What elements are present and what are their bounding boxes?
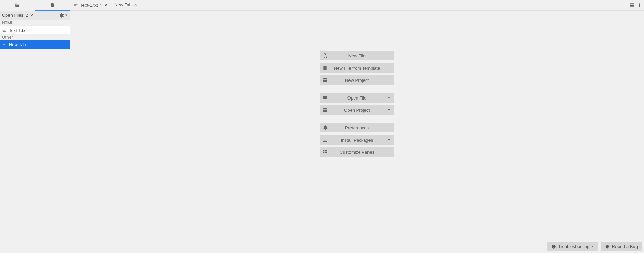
welcome-button-label: New Project — [330, 78, 394, 83]
left-tab-places[interactable] — [0, 0, 35, 11]
project-icon — [322, 107, 328, 113]
tab-label: Text-1.txt — [80, 3, 98, 8]
bug-icon — [605, 244, 610, 249]
chevron-down-icon: ▼ — [384, 108, 394, 112]
welcome-button-label: Open File — [330, 95, 384, 101]
welcome-install-packages-button[interactable]: Install Packages▼ — [320, 135, 394, 145]
gear-icon[interactable] — [59, 13, 64, 18]
help-icon — [551, 244, 556, 249]
welcome-button-label: Customize Panes — [330, 150, 394, 155]
welcome-open-project-button[interactable]: Open Project▼ — [320, 105, 394, 115]
chevron-down-icon: ▼ — [591, 245, 594, 248]
open-files-label: Open Files: 2 — [2, 13, 28, 18]
gear-dropdown-caret[interactable]: ▼ — [65, 14, 68, 17]
report-bug-label: Report a Bug — [612, 244, 638, 249]
file-row-label: New Tab — [9, 42, 26, 47]
lines-icon — [2, 28, 7, 33]
pane-menu-icon[interactable] — [629, 2, 635, 8]
new-file-icon — [322, 53, 328, 58]
group-header: HTML — [0, 20, 70, 26]
editor-tab[interactable]: Text-1.txt*× — [70, 0, 111, 10]
gear-icon — [322, 125, 328, 130]
welcome-open-file-button[interactable]: Open File▼ — [320, 93, 394, 103]
welcome-button-label: New File — [330, 53, 394, 58]
group-header: Other — [0, 34, 70, 40]
close-tab[interactable]: × — [104, 3, 108, 8]
template-icon — [322, 65, 328, 71]
close-tab[interactable]: × — [134, 2, 138, 7]
welcome-customize-panes-button[interactable]: Customize Panes — [320, 147, 394, 157]
download-icon — [322, 137, 328, 143]
left-panel: Open Files: 2 × ▼ HTMLText-1.txtOtherNew… — [0, 0, 70, 253]
file-row-label: Text-1.txt — [9, 28, 27, 33]
folder-open-icon — [15, 3, 20, 8]
welcome-button-label: Install Packages — [330, 138, 384, 143]
troubleshooting-button[interactable]: Troubleshooting ▼ — [547, 242, 599, 251]
welcome-new-file-button[interactable]: New File — [320, 51, 394, 60]
document-icon — [50, 2, 55, 8]
tabstrip: Text-1.txt*×New Tab× + — [70, 0, 644, 11]
main-area: Text-1.txt*×New Tab× + New FileNew File … — [70, 0, 644, 253]
left-panel-tabs — [0, 0, 70, 11]
welcome-preferences-button[interactable]: Preferences — [320, 123, 394, 132]
report-bug-button[interactable]: Report a Bug — [601, 242, 642, 251]
project-icon — [322, 77, 328, 83]
new-tab-button[interactable]: + — [636, 2, 643, 8]
welcome-new-file-from-template-button[interactable]: New File from Template — [320, 63, 394, 73]
folder-open-icon — [322, 95, 328, 101]
welcome-button-label: Preferences — [330, 125, 394, 130]
welcome-new-project-button[interactable]: New Project — [320, 75, 394, 85]
footer: Troubleshooting ▼ Report a Bug — [547, 242, 642, 251]
dirty-indicator: * — [100, 3, 102, 8]
file-row[interactable]: Text-1.txt — [0, 26, 70, 34]
open-files-bar: Open Files: 2 × ▼ — [0, 11, 70, 20]
close-all-files[interactable]: × — [30, 13, 33, 18]
chevron-down-icon: ▼ — [384, 138, 394, 142]
file-row[interactable]: New Tab — [0, 40, 70, 49]
tab-label: New Tab — [114, 2, 131, 7]
lines-icon — [2, 42, 7, 47]
welcome-button-label: Open Project — [330, 108, 384, 113]
welcome-panel: New FileNew File from TemplateNew Projec… — [320, 51, 394, 165]
lines-icon — [73, 3, 78, 7]
editor-tab[interactable]: New Tab× — [111, 0, 141, 10]
welcome-button-label: New File from Template — [330, 66, 394, 71]
troubleshooting-label: Troubleshooting — [558, 244, 590, 249]
grid-icon — [322, 149, 328, 155]
left-tab-open-files[interactable] — [35, 0, 70, 11]
chevron-down-icon: ▼ — [384, 96, 394, 100]
